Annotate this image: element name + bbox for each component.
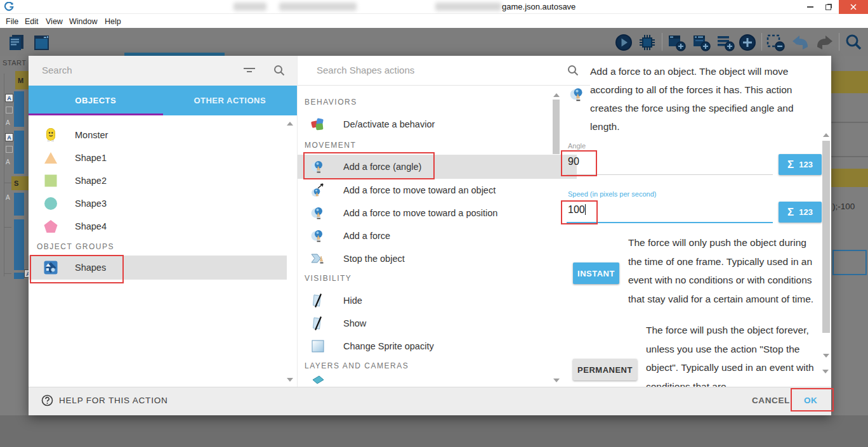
object-search-input[interactable]: Search <box>42 65 72 75</box>
background-code-fragment: );-100 <box>832 202 855 211</box>
scroll-up-icon[interactable] <box>823 133 829 137</box>
action-change-sprite-opacity[interactable]: Change Sprite opacity <box>298 335 577 358</box>
shapes-group-row[interactable]: Shapes <box>29 256 287 280</box>
action-description: Add a force to an object. The object wil… <box>590 62 817 136</box>
background-action-icon: A <box>5 94 13 102</box>
object-row-shape3[interactable]: Shape3 <box>29 192 287 215</box>
background-action-icon: A <box>24 269 29 278</box>
tab-other-actions[interactable]: OTHER ACTIONS <box>163 86 298 115</box>
expand-description-icon[interactable] <box>822 370 829 373</box>
ok-button[interactable]: OK <box>804 396 817 405</box>
section-behaviors: BEHAVIORS <box>305 98 357 107</box>
action-force-toward-object[interactable]: Add a force to move toward an object <box>298 179 577 202</box>
background-events-sheet-left: START M A A A A S A A <box>0 56 29 415</box>
object-row-shape1[interactable]: Shape1 <box>29 146 287 169</box>
scroll-up-icon[interactable] <box>287 122 293 126</box>
action-add-force[interactable]: Add a force <box>298 224 577 247</box>
object-name: Shape4 <box>75 221 107 231</box>
search-icon[interactable] <box>273 64 286 77</box>
search-events-icon[interactable] <box>844 33 863 52</box>
object-row-monster[interactable]: Monster <box>29 124 287 146</box>
action-hide[interactable]: Hide <box>298 289 577 312</box>
dialog-footer: HELP FOR THIS ACTION CANCEL OK <box>29 387 831 415</box>
tab-objects[interactable]: OBJECTS <box>29 86 163 115</box>
speed-expression-button[interactable]: Σ 123 <box>779 202 822 223</box>
angle-field-value[interactable]: 90 <box>568 156 579 167</box>
show-icon <box>310 316 326 331</box>
menu-file[interactable]: File <box>3 16 22 27</box>
section-movement: MOVEMENT <box>305 141 356 150</box>
action-deactivate-behavior[interactable]: De/activate a behavior <box>298 113 577 136</box>
stop-icon <box>310 251 326 266</box>
object-name: Shape2 <box>75 176 107 186</box>
scroll-down-icon[interactable] <box>823 354 829 358</box>
action-search-bar[interactable]: Search Shapes actions <box>298 56 590 86</box>
redo-icon[interactable] <box>813 33 835 52</box>
minimize-button[interactable] <box>802 0 819 14</box>
menu-edit[interactable]: Edit <box>22 16 42 27</box>
triangle-icon <box>43 150 58 165</box>
action-stop-object[interactable]: Stop the object <box>298 247 577 270</box>
permanent-description: The force will push the object forever, … <box>646 321 822 396</box>
add-new-icon[interactable] <box>738 33 757 52</box>
maximize-button[interactable] <box>820 0 836 14</box>
scrollbar-thumb[interactable] <box>822 141 830 333</box>
monster-icon <box>43 127 58 143</box>
background-events-sheet-right: );-100 <box>831 56 868 415</box>
speed-field-value[interactable]: 100 <box>568 204 586 216</box>
scene-editor-icon[interactable] <box>32 33 51 52</box>
object-name: Shape3 <box>75 198 107 209</box>
scrollbar-thumb[interactable] <box>553 100 560 154</box>
filter-icon[interactable] <box>242 65 256 75</box>
toolbar-separator <box>662 33 662 51</box>
help-link[interactable]: HELP FOR THIS ACTION <box>41 394 168 406</box>
menu-window[interactable]: Window <box>66 16 100 27</box>
toolbar-separator <box>761 33 762 51</box>
debug-icon[interactable] <box>638 33 657 52</box>
layer-icon <box>310 375 326 387</box>
scroll-up-icon[interactable] <box>553 93 560 97</box>
scroll-down-icon[interactable] <box>553 379 560 382</box>
object-row-shape2[interactable]: Shape2 <box>29 169 287 192</box>
pentagon-icon <box>43 219 58 234</box>
add-comment-icon[interactable] <box>716 33 736 52</box>
action-show[interactable]: Show <box>298 312 577 335</box>
action-search-input[interactable]: Search Shapes actions <box>317 65 414 75</box>
background-event-header: S <box>11 176 29 190</box>
instant-button[interactable]: INSTANT <box>573 262 619 284</box>
background-condition-icon <box>6 107 13 113</box>
undo-icon[interactable] <box>790 33 812 52</box>
angle-field-underline <box>567 174 773 175</box>
toolbar <box>0 28 868 56</box>
menu-help[interactable]: Help <box>102 16 124 27</box>
add-sub-event-icon[interactable] <box>692 33 712 52</box>
delete-selection-icon[interactable] <box>766 33 786 52</box>
project-manager-icon[interactable] <box>8 33 27 52</box>
object-search-bar[interactable]: Search <box>29 56 297 86</box>
redacted-text <box>279 3 357 11</box>
angle-field-label: Angle <box>568 142 586 150</box>
scroll-down-icon[interactable] <box>287 378 293 382</box>
play-icon[interactable] <box>614 33 633 52</box>
action-add-force-angle[interactable]: Add a force (angle) <box>298 155 577 179</box>
object-name: Monster <box>75 130 108 140</box>
force-icon <box>569 86 586 103</box>
action-editor-dialog: Search OBJECTS OTHER ACTIONS Monster Sha… <box>29 56 831 415</box>
window-title: game.json.autosave <box>502 2 575 11</box>
close-button[interactable] <box>839 0 868 14</box>
shapes-group-icon <box>43 260 58 275</box>
action-partial[interactable] <box>298 375 577 387</box>
action-force-toward-position[interactable]: Add a force to move toward a position <box>298 202 577 224</box>
permanent-button[interactable]: PERMANENT <box>573 359 637 380</box>
menu-view[interactable]: View <box>43 16 66 27</box>
angle-expression-button[interactable]: Σ 123 <box>779 154 822 175</box>
cancel-button[interactable]: CANCEL <box>752 396 790 405</box>
background-selected-row <box>832 250 867 275</box>
object-row-shape4[interactable]: Shape4 <box>29 215 287 238</box>
section-visibility: VISIBILITY <box>305 274 352 283</box>
add-event-icon[interactable] <box>667 33 687 52</box>
search-icon[interactable] <box>567 64 579 77</box>
force-icon <box>310 228 326 243</box>
background-bottom <box>0 415 868 447</box>
instant-description: The force will only push the object duri… <box>628 233 816 308</box>
